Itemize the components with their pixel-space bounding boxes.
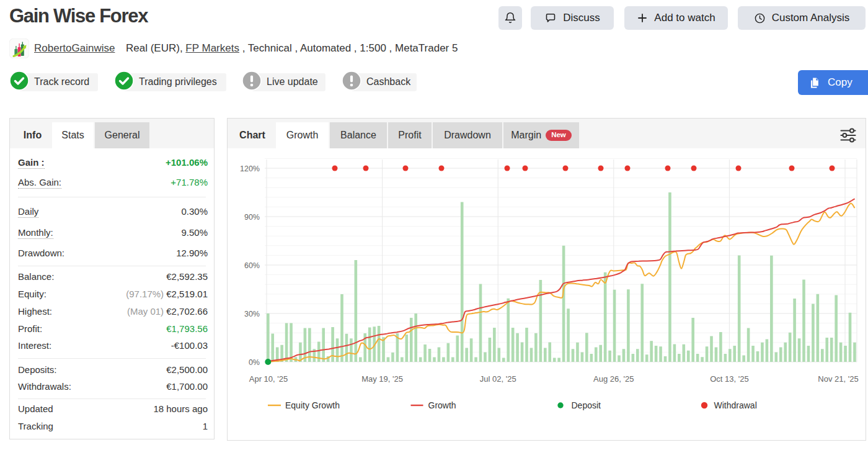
svg-text:30%: 30% (244, 310, 260, 318)
svg-text:Equity Growth: Equity Growth (285, 400, 340, 410)
svg-text:Apr 10, '25: Apr 10, '25 (249, 374, 288, 384)
svg-text:Deposit: Deposit (572, 400, 601, 410)
svg-text:0%: 0% (249, 358, 260, 367)
svg-text:Oct 13, '25: Oct 13, '25 (710, 374, 748, 384)
svg-text:Aug 26, '25: Aug 26, '25 (593, 374, 634, 384)
svg-text:60%: 60% (244, 261, 260, 270)
svg-text:Growth: Growth (428, 400, 456, 410)
svg-text:Jul 02, '25: Jul 02, '25 (480, 374, 516, 384)
svg-text:Nov 21, '25: Nov 21, '25 (818, 374, 858, 384)
svg-text:120%: 120% (240, 164, 260, 173)
svg-text:Withdrawal: Withdrawal (714, 400, 757, 410)
svg-text:90%: 90% (244, 213, 260, 222)
svg-text:May 19, '25: May 19, '25 (361, 374, 403, 384)
